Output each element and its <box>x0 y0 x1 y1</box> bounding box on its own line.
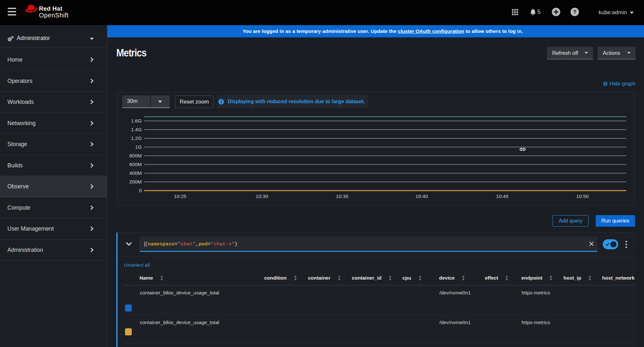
svg-text:10:40: 10:40 <box>416 193 428 199</box>
svg-text:10:25: 10:25 <box>174 193 187 199</box>
svg-text:10:30: 10:30 <box>256 193 268 199</box>
svg-text:?: ? <box>573 9 576 15</box>
svg-text:10:45: 10:45 <box>496 193 509 199</box>
svg-text:1.6G: 1.6G <box>131 118 142 124</box>
svg-text:1.4G: 1.4G <box>131 127 142 132</box>
svg-text:10:35: 10:35 <box>336 193 349 199</box>
svg-text:400M: 400M <box>129 170 142 176</box>
svg-text:600M: 600M <box>129 162 142 167</box>
svg-text:800M: 800M <box>129 153 142 158</box>
svg-text:10:50: 10:50 <box>576 193 589 199</box>
svg-text:200M: 200M <box>129 179 142 184</box>
svg-text:0: 0 <box>139 188 142 193</box>
svg-text:1.2G: 1.2G <box>131 135 142 141</box>
svg-text:1G: 1G <box>135 144 142 150</box>
